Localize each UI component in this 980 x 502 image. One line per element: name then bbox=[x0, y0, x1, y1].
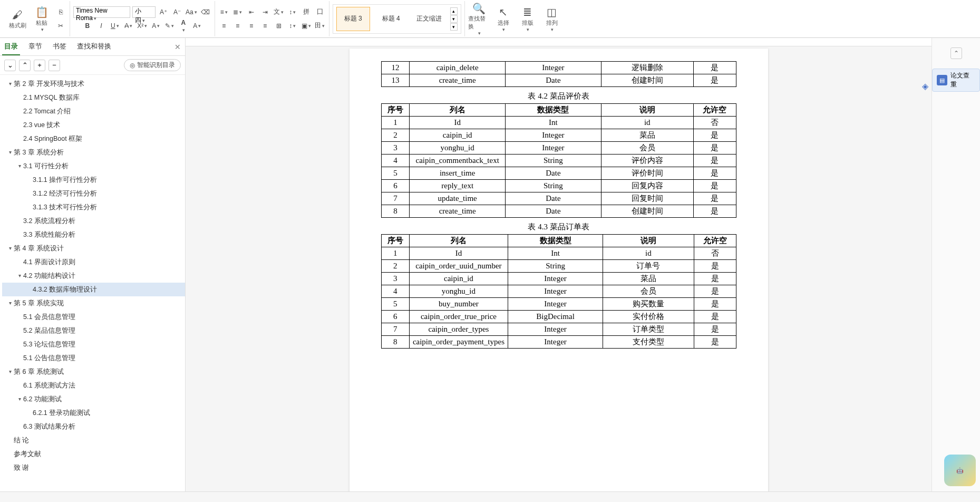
toc-item[interactable]: ▾第 2 章 开发环境与技术 bbox=[2, 77, 185, 91]
toc-item[interactable]: 3.2 系统流程分析 bbox=[2, 214, 185, 228]
text-effects-button[interactable]: A bbox=[150, 20, 162, 32]
toc-item[interactable]: ▾6.2 功能测试 bbox=[2, 392, 185, 406]
shading-button[interactable]: A bbox=[191, 20, 203, 32]
font-size-select[interactable]: 小四 bbox=[132, 6, 156, 18]
toc-item[interactable]: 3.1.1 操作可行性分析 bbox=[2, 173, 185, 187]
line-spacing-top-button[interactable]: ↕ bbox=[287, 6, 298, 18]
format-painter-button[interactable]: 🖌 格式刷 bbox=[6, 5, 28, 33]
text-direction-button[interactable]: 文 bbox=[273, 6, 285, 18]
change-case-button[interactable]: Aa bbox=[185, 6, 198, 18]
toc-item[interactable]: 2.2 Tomcat 介绍 bbox=[2, 104, 185, 118]
toc-item[interactable]: 3.3 系统性能分析 bbox=[2, 228, 185, 242]
table-cell: 会员 bbox=[603, 285, 694, 298]
paste-label: 粘贴 bbox=[36, 19, 47, 27]
fill-color-button[interactable]: ▣ bbox=[300, 20, 312, 32]
document-canvas[interactable]: 12caipin_deleteInteger逻辑删除是13create_time… bbox=[186, 38, 932, 491]
toc-item[interactable]: 2.1 MYSQL 数据库 bbox=[2, 91, 185, 104]
tab-find[interactable]: 查找和替换 bbox=[75, 38, 113, 55]
toc-item[interactable]: ▾4.2 功能结构设计 bbox=[2, 269, 185, 283]
align-justify-button[interactable]: ≡ bbox=[259, 20, 271, 32]
align-center-button[interactable]: ≡ bbox=[232, 20, 244, 32]
toc-item[interactable]: 5.2 菜品信息管理 bbox=[2, 324, 185, 337]
ai-assistant-button[interactable]: 🤖 bbox=[944, 455, 976, 486]
collapse-right-panel-button[interactable]: ⌃ bbox=[950, 47, 962, 59]
align-right-button[interactable]: ≡ bbox=[246, 20, 257, 32]
toc-collapse-button[interactable]: ⌄ bbox=[4, 60, 16, 71]
tab-bookmark[interactable]: 书签 bbox=[51, 38, 69, 55]
italic-button[interactable]: I bbox=[95, 20, 107, 32]
tab-toc[interactable]: 目录 bbox=[2, 38, 20, 55]
tab-chapter[interactable]: 章节 bbox=[26, 38, 44, 55]
toc-item[interactable]: 5.1 公告信息管理 bbox=[2, 351, 185, 365]
style-scroll-up[interactable]: ▴ bbox=[450, 7, 458, 15]
paste-button[interactable]: 📋 粘贴 bbox=[31, 5, 53, 33]
bucket-icon: ▣ bbox=[302, 22, 307, 30]
distributed-button[interactable]: ⊞ bbox=[273, 20, 285, 32]
arrange-button[interactable]: ◫ 排列 bbox=[541, 5, 563, 33]
copy-button[interactable]: ⎘ bbox=[55, 6, 66, 18]
decrease-indent-button[interactable]: ⇤ bbox=[246, 6, 257, 18]
increase-indent-button[interactable]: ⇥ bbox=[259, 6, 271, 18]
toc-tree[interactable]: ▾第 2 章 开发环境与技术2.1 MYSQL 数据库2.2 Tomcat 介绍… bbox=[0, 75, 185, 491]
toc-item[interactable]: 5.1 会员信息管理 bbox=[2, 310, 185, 324]
toc-item-label: 第 3 章 系统分析 bbox=[14, 147, 64, 158]
toc-remove-button[interactable]: − bbox=[48, 60, 60, 71]
font-name-select[interactable]: Times New Roma bbox=[73, 6, 130, 18]
strike-button[interactable]: A bbox=[123, 20, 134, 32]
highlight-button[interactable]: ✎ bbox=[164, 20, 176, 32]
style-heading4[interactable]: 标题 4 bbox=[374, 7, 408, 31]
bullet-list-button[interactable]: ≡ bbox=[218, 6, 230, 18]
toc-expand-button[interactable]: ⌃ bbox=[19, 60, 31, 71]
select-button[interactable]: ↖ 选择 bbox=[492, 5, 515, 33]
toc-item[interactable]: 6.2.1 登录功能测试 bbox=[2, 406, 185, 420]
toc-item[interactable]: ▾3.1 可行性分析 bbox=[2, 159, 185, 173]
ruby-button[interactable]: 拼 bbox=[300, 6, 312, 18]
toc-item[interactable]: 3.1.3 技术可行性分析 bbox=[2, 200, 185, 214]
sidebar-close-button[interactable]: ✕ bbox=[172, 41, 183, 53]
table-cell: 是 bbox=[693, 192, 736, 205]
decrease-font-button[interactable]: A⁻ bbox=[171, 6, 183, 18]
toc-item[interactable]: ▾第 6 章 系统测试 bbox=[2, 365, 185, 379]
style-expand[interactable]: ▾ bbox=[450, 23, 458, 31]
toc-item[interactable]: 5.3 论坛信息管理 bbox=[2, 337, 185, 351]
table-cell: create_time bbox=[410, 74, 506, 87]
toc-item[interactable]: 致 谢 bbox=[2, 461, 185, 475]
line-spacing-button[interactable]: ↕ bbox=[287, 20, 298, 32]
toc-item[interactable]: 4.3.2 数据库物理设计 bbox=[2, 283, 185, 296]
style-scroll-down[interactable]: ▾ bbox=[450, 15, 458, 23]
table-cell: 13 bbox=[381, 74, 410, 87]
align-left-button[interactable]: ≡ bbox=[218, 20, 230, 32]
borders-button[interactable]: 田 bbox=[314, 20, 326, 32]
toc-add-button[interactable]: + bbox=[34, 60, 45, 71]
toc-item[interactable]: 6.1 系统测试方法 bbox=[2, 379, 185, 392]
location-pin-icon[interactable]: ◈ bbox=[922, 81, 932, 91]
table-cell: 回复内容 bbox=[601, 180, 693, 192]
plagiarism-check-button[interactable]: ▤ 论文查重 bbox=[932, 69, 980, 92]
toc-item[interactable]: 6.3 测试结果分析 bbox=[2, 420, 185, 433]
increase-font-button[interactable]: A⁺ bbox=[158, 6, 169, 18]
sort-button[interactable]: ≣ 排版 bbox=[517, 5, 539, 33]
clear-format-button[interactable]: ⌫ bbox=[200, 6, 211, 18]
style-heading3[interactable]: 标题 3 bbox=[336, 7, 370, 31]
style-body-indent[interactable]: 正文缩进 bbox=[412, 7, 446, 31]
toc-item[interactable]: ▾第 5 章 系统实现 bbox=[2, 296, 185, 310]
border-char-button[interactable]: 囗 bbox=[314, 6, 326, 18]
toc-item[interactable]: 参考文献 bbox=[2, 447, 185, 461]
bold-button[interactable]: B bbox=[82, 20, 93, 32]
table-cell: 创建时间 bbox=[601, 74, 693, 87]
font-color-button[interactable]: A bbox=[178, 20, 189, 32]
table-cell: 是 bbox=[693, 129, 736, 142]
toc-item[interactable]: ▾第 3 章 系统分析 bbox=[2, 146, 185, 159]
toc-item[interactable]: 结 论 bbox=[2, 433, 185, 447]
underline-button[interactable]: U bbox=[109, 20, 121, 32]
smart-toc-button[interactable]: ◎智能识别目录 bbox=[124, 59, 181, 71]
number-list-button[interactable]: ≣ bbox=[232, 6, 244, 18]
toc-item[interactable]: ▾第 4 章 系统设计 bbox=[2, 242, 185, 255]
toc-item[interactable]: 4.1 界面设计原则 bbox=[2, 255, 185, 269]
toc-item[interactable]: 3.1.2 经济可行性分析 bbox=[2, 187, 185, 200]
toc-item[interactable]: 2.3 vue 技术 bbox=[2, 118, 185, 132]
cut-button[interactable]: ✂ bbox=[55, 20, 66, 32]
find-replace-button[interactable]: 🔍 查找替换 bbox=[468, 5, 490, 33]
toc-item[interactable]: 2.4 SpringBoot 框架 bbox=[2, 132, 185, 146]
find-replace-label: 查找替换 bbox=[468, 15, 490, 31]
